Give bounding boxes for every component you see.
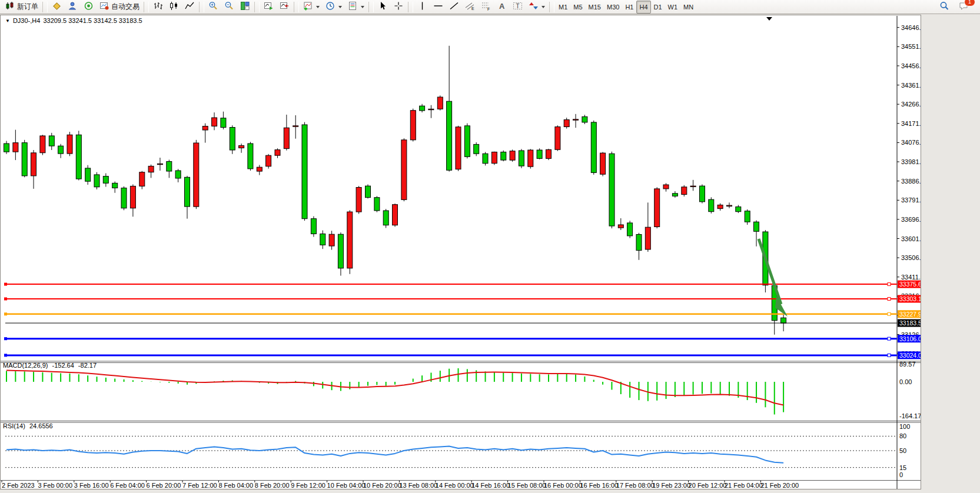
toolbar: 新订单自动交易EFATM1M5M15M30H1H4D1W1MN1 [0,0,980,14]
channel-icon: E [465,1,475,13]
indicators-button[interactable] [300,1,323,14]
candle-body [49,136,54,146]
candle-body [257,167,262,171]
application-window: 新订单自动交易EFATM1M5M15M30H1H4D1W1MN1 34646.5… [0,0,980,493]
horizontal-line-button[interactable] [430,1,446,14]
vertical-line-button[interactable] [414,1,430,14]
toolbar-separator [199,2,204,12]
candle-body [130,186,135,208]
rsi-axis-tick: 100 [899,423,910,430]
candle-body [393,205,398,225]
search-icon [939,1,949,13]
timeframe-d1-button[interactable]: D1 [651,1,665,14]
candle-body [682,187,687,195]
shapes-button[interactable] [526,1,548,14]
bar-chart-button[interactable] [150,1,166,14]
fibonacci-button[interactable]: F [478,1,494,14]
trendline-button[interactable] [446,1,462,14]
zoom-in-button[interactable] [205,1,221,14]
chart-shift-button[interactable] [277,1,293,14]
timeframe-h4-button[interactable]: H4 [636,1,650,14]
rsi-axis-tick: 0 [899,471,903,478]
candle-body [528,150,533,166]
candle-body [464,126,470,156]
toolbar-separator [368,2,374,12]
notifications-button[interactable]: 1 [956,1,972,14]
time-tick-label: 17 Feb 08:00 [616,482,655,489]
candle-body [474,144,479,154]
navigator-button[interactable] [81,1,97,14]
trendline-icon [449,1,459,13]
candlestick-button[interactable] [166,1,182,14]
profile-button[interactable] [49,1,65,14]
candle-body [239,145,244,148]
horizontal-line[interactable] [4,354,897,357]
candle-body [85,168,91,181]
autotrade-icon [99,1,109,13]
price-tick: 33601.5 [901,235,921,242]
horizontal-line[interactable] [4,312,897,315]
candle-body [112,183,118,188]
time-tick-label: 3 Feb 16:00 [74,482,109,489]
candle-body [501,152,506,160]
new-order-button[interactable]: 新订单 [2,1,41,14]
candle-body [573,119,579,120]
market-watch-button[interactable] [65,1,81,14]
channel-button[interactable]: E [462,1,478,14]
candle-body [58,146,64,154]
candle-body [754,222,759,231]
candle-body [13,143,18,152]
time-tick-label: 3 Feb 00:00 [38,482,72,489]
periods-button[interactable] [323,1,345,14]
timeframe-m1-button[interactable]: M1 [556,1,570,14]
candle-body [537,150,542,158]
timeframe-m30-button[interactable]: M30 [604,1,622,14]
svg-text:33106.0: 33106.0 [899,335,921,342]
candle-body [600,153,606,174]
toolbar-separator [144,2,149,12]
svg-text:A: A [499,2,505,11]
timeframe-mn-button[interactable]: MN [680,1,696,14]
time-tick-label: 6 Feb 20:00 [147,482,181,489]
candle-body [582,116,587,122]
autotrade-button[interactable]: 自动交易 [97,1,142,14]
price-tick: 33791.5 [901,196,921,204]
macd-signal-value: -82.17 [78,362,97,369]
chart-shift-marker [766,17,772,21]
auto-scroll-button[interactable] [261,1,277,14]
time-tick-label: 9 Feb 12:00 [291,482,325,489]
hline-icon [433,1,443,13]
line-chart-button[interactable] [182,1,198,14]
textA-icon: A [497,1,507,13]
label-button[interactable]: T [510,1,526,14]
timeframe-h1-button[interactable]: H1 [622,1,636,14]
candle-body [383,211,388,225]
candle-body [627,223,633,236]
templates-button[interactable] [345,1,367,14]
tile-windows-button[interactable] [237,1,253,14]
price-chart[interactable]: 34646.534551.534456.534361.534266.534171… [1,15,921,489]
timeframe-m5-button[interactable]: M5 [570,1,585,14]
fibo-icon: F [481,1,491,13]
timeframe-w1-button[interactable]: W1 [665,1,681,14]
time-tick-label: 14 Feb 00:00 [436,482,474,489]
text-button[interactable]: A [494,1,510,14]
chart-window[interactable]: 34646.534551.534456.534361.534266.534171… [0,15,921,489]
price-line-label: 33024.0 [898,351,921,359]
candle-body [275,150,280,156]
clock-icon [325,1,335,13]
toolbar-separator [408,2,413,12]
candle-body [636,235,642,251]
search-button[interactable] [936,1,952,14]
candle-body [591,122,596,173]
horizontal-line[interactable] [4,298,897,301]
chart-dropdown-icon: ▼ [5,18,10,24]
toolbar-separator [549,2,554,12]
candle-body [410,111,416,140]
timeframe-m15-button[interactable]: M15 [586,1,604,14]
crosshair-button[interactable] [391,1,407,14]
zoom-out-button[interactable] [221,1,237,14]
time-axis[interactable]: 2 Feb 20233 Feb 00:003 Feb 16:006 Feb 04… [1,481,895,490]
horizontal-line[interactable] [4,337,897,340]
cursor-button[interactable] [375,1,391,14]
